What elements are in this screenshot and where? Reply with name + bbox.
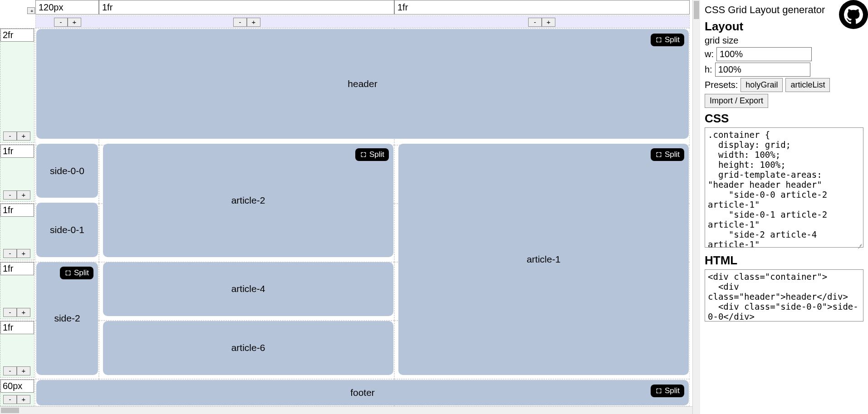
column-controls-strip: - + - + - + (35, 15, 690, 28)
tile-side-2[interactable]: side-2 Split (36, 262, 98, 375)
row-size-input-3[interactable] (0, 262, 34, 275)
grid-size-label: grid size (705, 35, 863, 46)
row-3-add-button[interactable]: + (17, 308, 30, 317)
resize-handle-icon[interactable] (856, 243, 863, 249)
split-icon (64, 269, 72, 277)
row-3-remove-button[interactable]: - (3, 308, 17, 317)
html-heading: HTML (705, 253, 863, 268)
row-1-add-button[interactable]: + (17, 190, 30, 200)
horizontal-scrollbar[interactable] (0, 406, 692, 414)
import-export-button[interactable]: Import / Export (705, 94, 768, 108)
html-output[interactable] (705, 269, 863, 321)
row-4-add-button[interactable]: + (17, 366, 30, 375)
split-icon (360, 151, 367, 158)
tile-footer[interactable]: footer Split (36, 380, 689, 405)
col-1-remove-button[interactable]: - (233, 18, 247, 27)
col-0-remove-button[interactable]: - (54, 18, 68, 27)
tile-article-4[interactable]: article-4 (103, 262, 393, 316)
split-button-article-2[interactable]: Split (355, 148, 389, 161)
tile-label: side-2 (54, 313, 80, 324)
tile-side-0-1[interactable]: side-0-1 (36, 203, 98, 257)
tile-header[interactable]: header Split (36, 29, 689, 139)
tile-label: article-6 (231, 342, 265, 353)
column-size-input-2[interactable] (394, 0, 690, 15)
vertical-scrollbar[interactable] (692, 0, 700, 414)
split-button-side-2[interactable]: Split (60, 267, 93, 279)
height-input[interactable] (715, 63, 810, 77)
col-0-add-button[interactable]: + (68, 18, 81, 27)
row-size-input-1[interactable] (0, 145, 34, 158)
preset-holygrail-button[interactable]: holyGrail (740, 78, 783, 92)
row-4-remove-button[interactable]: - (3, 366, 17, 375)
row-1-remove-button[interactable]: - (3, 190, 17, 200)
row-5-remove-button[interactable]: - (3, 395, 17, 404)
tile-article-1[interactable]: article-1 Split (398, 144, 689, 375)
h-label: h: (705, 64, 712, 75)
tile-label: footer (350, 387, 375, 398)
layout-heading: Layout (705, 19, 863, 34)
row-2-remove-button[interactable]: - (3, 249, 17, 258)
tile-label: side-0-1 (50, 224, 84, 235)
tile-label: article-2 (231, 195, 265, 206)
tile-article-6[interactable]: article-6 (103, 321, 393, 375)
preset-articlelist-button[interactable]: articleList (785, 78, 830, 92)
tile-label: header (348, 78, 377, 89)
add-row-col-button[interactable]: + (27, 7, 35, 14)
row-0-add-button[interactable]: + (17, 132, 30, 141)
row-size-input-5[interactable] (0, 380, 34, 393)
sidebar: CSS Grid Layout generator Layout grid si… (700, 0, 868, 414)
tile-label: side-0-0 (50, 166, 84, 176)
split-button-article-1[interactable]: Split (651, 148, 684, 161)
tile-label: article-4 (231, 283, 265, 294)
col-1-add-button[interactable]: + (247, 18, 260, 27)
column-size-input-1[interactable] (99, 0, 394, 15)
css-heading: CSS (705, 112, 863, 126)
tile-article-2[interactable]: article-2 Split (103, 144, 393, 257)
row-size-input-2[interactable] (0, 204, 34, 217)
col-2-remove-button[interactable]: - (528, 18, 542, 27)
row-5-add-button[interactable]: + (17, 395, 30, 404)
row-size-input-0[interactable] (0, 29, 34, 42)
grid-preview: header Split side-0-0 side-0-1 side-2 (35, 28, 690, 406)
split-button-footer[interactable]: Split (651, 385, 684, 397)
row-0-remove-button[interactable]: - (3, 132, 17, 141)
column-sizes-row (35, 0, 690, 15)
tile-label: article-1 (527, 254, 561, 265)
split-icon (655, 387, 662, 395)
column-size-input-0[interactable] (35, 0, 99, 15)
width-input[interactable] (716, 47, 812, 61)
row-2-add-button[interactable]: + (17, 249, 30, 258)
split-button-header[interactable]: Split (651, 34, 684, 46)
tile-side-0-0[interactable]: side-0-0 (36, 144, 98, 198)
github-icon (844, 5, 863, 24)
css-output[interactable] (705, 127, 863, 248)
github-link[interactable] (839, 0, 868, 29)
split-icon (655, 36, 662, 44)
split-icon (655, 151, 662, 158)
w-label: w: (705, 49, 714, 59)
col-2-add-button[interactable]: + (542, 18, 555, 27)
row-sizes-col: -+ -+ -+ -+ -+ (0, 28, 34, 406)
presets-label: Presets: (705, 80, 738, 90)
grid-canvas: + - + - + - + (0, 0, 692, 414)
row-size-input-4[interactable] (0, 321, 34, 334)
